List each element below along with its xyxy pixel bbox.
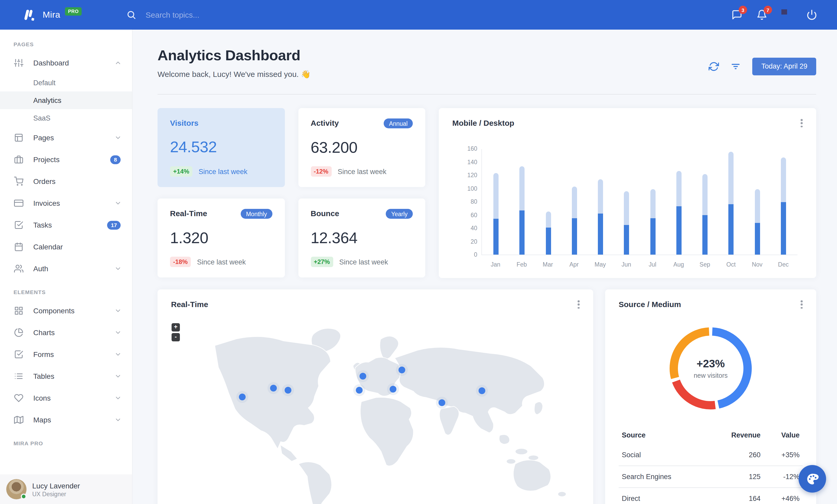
stat-title: Real-Time: [170, 209, 207, 218]
bar-group-may: [587, 149, 614, 255]
map-marker-8[interactable]: [439, 399, 445, 406]
language-flag-button[interactable]: [781, 10, 792, 20]
palette-icon: [805, 472, 819, 486]
bar-chart: 020406080100120140160: [481, 149, 798, 255]
theme-settings-fab[interactable]: [799, 465, 826, 492]
map-marker-2[interactable]: [270, 385, 277, 392]
bar-group-aug: [666, 149, 692, 255]
source-title: Source / Medium: [619, 300, 803, 309]
y-axis-label: 120: [457, 172, 477, 178]
chevron-down-icon: [114, 416, 122, 424]
map-marker-3[interactable]: [285, 387, 291, 394]
sidebar-item-maps[interactable]: Maps: [0, 409, 132, 431]
sidebar-subitem-default[interactable]: Default: [0, 74, 132, 91]
sidebar-item-calendar[interactable]: Calendar: [0, 236, 132, 258]
layout-icon: [14, 133, 23, 142]
date-button[interactable]: Today: April 29: [752, 57, 816, 75]
table-row[interactable]: Direct164+46%: [619, 488, 803, 504]
value-cell: +46%: [764, 488, 803, 504]
sidebar-item-tasks[interactable]: Tasks17: [0, 214, 132, 236]
bar-mobile: [493, 219, 499, 255]
sidebar-item-invoices[interactable]: Invoices: [0, 192, 132, 214]
donut-chart: +23% new visitors: [666, 324, 755, 413]
stat-change-badge: -18%: [170, 257, 191, 267]
bar-group-jul: [640, 149, 666, 255]
refresh-button[interactable]: [709, 61, 719, 72]
table-row[interactable]: Social260+35%: [619, 444, 803, 466]
sidebar-item-orders[interactable]: Orders: [0, 170, 132, 192]
x-axis-label: Nov: [744, 261, 770, 267]
stat-period-badge: Annual: [384, 118, 413, 128]
messages-count-badge: 3: [739, 6, 747, 14]
brand[interactable]: Mira PRO: [0, 7, 112, 22]
pie-chart-icon: [14, 328, 23, 337]
chevron-down-icon: [114, 394, 122, 402]
sidebar-item-charts[interactable]: Charts: [0, 322, 132, 343]
sidebar-item-forms[interactable]: Forms: [0, 343, 132, 365]
messages-button[interactable]: 3: [731, 10, 742, 20]
sidebar-subitem-saas[interactable]: SaaS: [0, 109, 132, 127]
app-root: Mira PRO 3 7 PAGESDashboardDefaul: [0, 0, 837, 504]
chart-menu-button[interactable]: [798, 118, 806, 128]
sign-out-button[interactable]: [806, 10, 817, 20]
sidebar-item-auth[interactable]: Auth: [0, 258, 132, 280]
table-row[interactable]: Search Engines125-12%: [619, 466, 803, 488]
sidebar-item-icons[interactable]: Icons: [0, 387, 132, 409]
map-marker-1[interactable]: [239, 394, 246, 400]
credit-card-icon: [14, 199, 23, 208]
sidebar-item-label: Maps: [33, 416, 114, 424]
grid-icon: [14, 306, 23, 315]
world-map[interactable]: [158, 290, 593, 504]
sidebar-item-components[interactable]: Components: [0, 300, 132, 322]
calendar-icon: [14, 242, 23, 251]
bar-mobile: [781, 202, 786, 255]
source-table: SourceRevenueValue Social260+35%Search E…: [619, 426, 803, 504]
filter-button[interactable]: [731, 61, 741, 72]
sidebar-item-label: Charts: [33, 329, 114, 337]
sidebar-subitem-analytics[interactable]: Analytics: [0, 91, 132, 109]
map-zoom-out-button[interactable]: -: [172, 333, 180, 341]
x-axis-label: Oct: [718, 261, 744, 267]
notifications-button[interactable]: 7: [756, 10, 767, 20]
y-axis-label: 160: [457, 146, 477, 152]
map-menu-button[interactable]: [574, 300, 583, 309]
bar-group-feb: [509, 149, 535, 255]
bar-mobile: [650, 218, 655, 255]
map-marker-9[interactable]: [479, 387, 485, 394]
source-table-header: Revenue: [707, 426, 764, 444]
main-content: Analytics Dashboard Welcome back, Lucy! …: [132, 30, 837, 504]
sidebar-item-tables[interactable]: Tables: [0, 365, 132, 387]
stat-card-real-time: Real-TimeMonthly1.320-18%Since last week: [158, 199, 285, 278]
sidebar-item-dashboard[interactable]: Dashboard: [0, 52, 132, 74]
sidebar-item-label: Auth: [33, 264, 114, 273]
map-marker-6[interactable]: [390, 386, 396, 393]
y-axis-label: 20: [457, 238, 477, 244]
stat-title: Bounce: [310, 209, 339, 218]
realtime-map-card: Real-Time + -: [158, 290, 593, 504]
avatar: [6, 479, 26, 499]
list-icon: [14, 372, 23, 381]
users-icon: [14, 264, 23, 273]
sidebar-item-projects[interactable]: Projects8: [0, 149, 132, 170]
y-axis-label: 0: [457, 251, 477, 258]
stat-change-badge: +14%: [170, 166, 192, 177]
source-menu-button[interactable]: [798, 300, 806, 309]
search-input[interactable]: [144, 10, 321, 20]
map-marker-7[interactable]: [398, 367, 405, 373]
sidebar-item-pages[interactable]: Pages: [0, 127, 132, 149]
map-marker-4[interactable]: [359, 373, 366, 379]
sidebar-item-label: Projects: [33, 155, 110, 164]
page-header: Analytics Dashboard Welcome back, Lucy! …: [158, 47, 816, 79]
stat-footer: -12%Since last week: [310, 166, 413, 177]
sidebar-item-label: Invoices: [33, 199, 114, 207]
map-marker-5[interactable]: [356, 387, 362, 394]
bar-group-jun: [614, 149, 640, 255]
navbar-actions: 3 7: [731, 10, 837, 20]
header-divider: [158, 94, 816, 95]
map-zoom-in-button[interactable]: +: [172, 323, 180, 332]
stat-footer: +27%Since last week: [310, 257, 413, 267]
bar-chart-plot: [482, 149, 798, 255]
sidebar-user[interactable]: Lucy Lavender UX Designer: [0, 474, 132, 504]
sidebar: PAGESDashboardDefaultAnalyticsSaaSPagesP…: [0, 30, 132, 504]
sidebar-item-label: Pages: [33, 133, 114, 142]
